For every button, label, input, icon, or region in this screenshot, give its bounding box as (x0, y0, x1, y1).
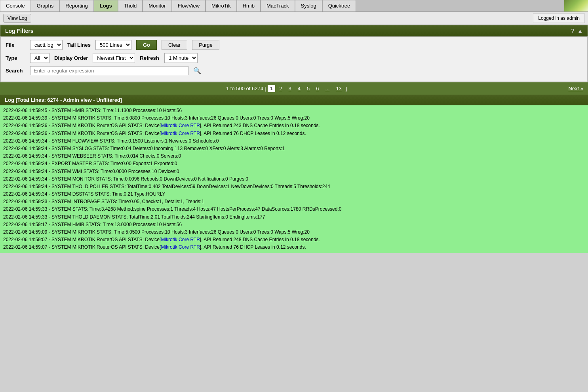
pagination-summary: 1 to 500 of 6274 [ (226, 86, 266, 91)
pagination-bar: 1 to 500 of 6274 [ 1 2 3 4 5 6 ... 13 ] … (0, 82, 588, 95)
pagination-close: ] (346, 86, 347, 91)
log-line: 2022-02-06 14:59:34 - EXPORT MASTER STAT… (3, 160, 585, 167)
secondary-navigation: View Log Logged in as admin (0, 12, 588, 25)
search-icon[interactable]: 🔍 (193, 67, 201, 74)
log-line: 2022-02-06 14:59:34 - SYSTEM SYSLOG STAT… (3, 145, 585, 152)
refresh-select[interactable]: 1 Minute (164, 53, 198, 63)
filter-row-1: File cacti.log Tail Lines 500 Lines Go C… (6, 40, 582, 50)
filters-header: Log Filters ? ▲ (0, 25, 588, 36)
top-navigation: Console Graphs Reporting Logs Thold Moni… (0, 0, 588, 12)
tab-mactrack[interactable]: MacTrack (261, 0, 295, 11)
type-select[interactable]: All (30, 53, 49, 63)
page-6[interactable]: 6 (314, 85, 321, 92)
log-line: 2022-02-06 14:59:33 - SYSTEM THOLD DAEMO… (3, 213, 585, 221)
log-content-header: Log [Total Lines: 6274 - Admin view - Un… (0, 95, 588, 105)
type-label: Type (6, 55, 25, 61)
log-line: 2022-02-06 14:59:34 - SYSTEM MONITOR STA… (3, 175, 585, 183)
tab-logs[interactable]: Logs (94, 0, 118, 11)
log-line: 2022-02-06 14:59:34 - SYSTEM THOLD POLLE… (3, 183, 585, 190)
tail-lines-label: Tail Lines (67, 42, 91, 48)
log-line: 2022-02-06 14:59:34 - SYSTEM DSSTATS STA… (3, 190, 585, 198)
log-line: 2022-02-06 14:59:36 - SYSTEM MIKROTIK Ro… (3, 130, 585, 137)
log-line: 2022-02-06 14:59:39 - SYSTEM MIKROTIK ST… (3, 114, 585, 122)
mikrotik-link[interactable]: Mikrotik Core RTR (161, 123, 200, 128)
log-line: 2022-02-06 14:59:34 - SYSTEM FLOWVIEW ST… (3, 137, 585, 145)
next-button[interactable]: Next » (568, 86, 583, 91)
tab-hmib[interactable]: Hmib (237, 0, 261, 11)
filters-body: File cacti.log Tail Lines 500 Lines Go C… (0, 36, 588, 82)
log-filters-section: Log Filters ? ▲ File cacti.log Tail Line… (0, 25, 588, 82)
page-1[interactable]: 1 (268, 85, 275, 92)
log-line: 2022-02-06 14:59:36 - SYSTEM MIKROTIK Ro… (3, 122, 585, 129)
search-input[interactable] (30, 66, 188, 75)
log-content: 2022-02-06 14:59:45 - SYSTEM HMIB STATS:… (0, 105, 588, 253)
go-button[interactable]: Go (136, 40, 157, 50)
tab-mikrotik[interactable]: MikroTik (206, 0, 237, 11)
log-line: 2022-02-06 14:59:34 - SYSTEM WMI STATS: … (3, 168, 585, 175)
page-5[interactable]: 5 (304, 85, 312, 92)
tab-graphs[interactable]: Graphs (31, 0, 60, 11)
filters-title: Log Filters (5, 28, 34, 34)
page-2[interactable]: 2 (277, 85, 284, 92)
mikrotik-link[interactable]: Mikrotik Core RTR (161, 131, 200, 136)
display-order-label: Display Order (54, 55, 88, 61)
tab-syslog[interactable]: Syslog (295, 0, 322, 11)
refresh-label: Refresh (140, 55, 160, 61)
page-3[interactable]: 3 (286, 85, 294, 92)
clear-button[interactable]: Clear (162, 40, 187, 50)
app-logo (564, 0, 588, 11)
mikrotik-link[interactable]: Mikrotik Core RTR (161, 244, 200, 250)
tab-monitor[interactable]: Monitor (143, 0, 171, 11)
log-line: 2022-02-06 14:59:45 - SYSTEM HMIB STATS:… (3, 107, 585, 114)
tab-quicktree[interactable]: Quicktree (322, 0, 356, 11)
log-line: 2022-02-06 14:59:07 - SYSTEM MIKROTIK Ro… (3, 244, 585, 251)
log-line: 2022-02-06 14:59:09 - SYSTEM MIKROTIK ST… (3, 228, 585, 236)
filter-row-2: Type All Display Order Newest First Refr… (6, 53, 582, 63)
log-line: 2022-02-06 14:59:34 - SYSTEM WEBSEER STA… (3, 152, 585, 160)
help-icon[interactable]: ? (571, 28, 574, 34)
file-select[interactable]: cacti.log (30, 40, 63, 50)
tab-reporting[interactable]: Reporting (59, 0, 93, 11)
tab-thold[interactable]: Thold (118, 0, 143, 11)
log-line: 2022-02-06 14:59:33 - SYSTEM INTROPAGE S… (3, 198, 585, 206)
mikrotik-link[interactable]: Mikrotik Core RTR (161, 237, 200, 242)
page-13[interactable]: 13 (333, 85, 344, 92)
page-ellipsis: ... (323, 85, 332, 92)
filter-row-3: Search 🔍 (6, 66, 582, 75)
filters-header-icons: ? ▲ (571, 28, 583, 34)
pagination-center: 1 to 500 of 6274 [ 1 2 3 4 5 6 ... 13 ] (226, 85, 347, 92)
tab-console[interactable]: Console (0, 0, 31, 11)
collapse-icon[interactable]: ▲ (577, 28, 583, 34)
file-label: File (6, 42, 25, 48)
purge-button[interactable]: Purge (192, 40, 219, 50)
logged-in-indicator: Logged in as admin (533, 13, 585, 23)
log-line: 2022-02-06 14:59:17 - SYSTEM HMIB STATS:… (3, 221, 585, 228)
search-label: Search (6, 68, 25, 74)
view-log-button[interactable]: View Log (3, 14, 31, 23)
log-line: 2022-02-06 14:59:33 - SYSTEM STATS: Time… (3, 206, 585, 213)
log-line: 2022-02-06 14:59:07 - SYSTEM MIKROTIK Ro… (3, 236, 585, 244)
display-order-select[interactable]: Newest First (93, 53, 135, 63)
tail-lines-select[interactable]: 500 Lines (95, 40, 131, 50)
tab-flowview[interactable]: FlowView (172, 0, 206, 11)
page-4[interactable]: 4 (295, 85, 303, 92)
